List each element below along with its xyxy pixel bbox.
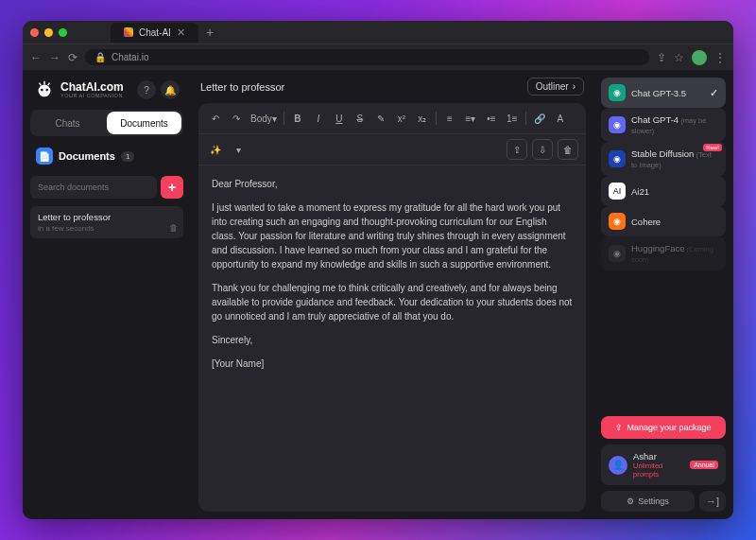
browser-tab[interactable]: Chat-AI ✕ bbox=[111, 23, 198, 43]
model-huggingface: ◉HuggingFace (Coming soon) bbox=[601, 236, 726, 270]
model-chat-gpt-4[interactable]: ◉Chat GPT-4 (may be slower) bbox=[601, 108, 726, 142]
model-name: Cohere bbox=[631, 217, 718, 227]
mode-segmented: Chats Documents bbox=[30, 110, 183, 136]
link-icon[interactable]: 🔗 bbox=[530, 109, 549, 128]
editor-paragraph: Dear Professor, bbox=[212, 177, 573, 191]
model-sub: (Text to Image) bbox=[631, 150, 712, 169]
underline-icon[interactable]: U bbox=[330, 109, 349, 128]
url-field[interactable]: 🔒 Chatai.io bbox=[85, 49, 649, 65]
model-chat-gpt-3-5[interactable]: ◉Chat GPT-3.5✓ bbox=[601, 78, 726, 108]
italic-icon[interactable]: I bbox=[309, 109, 328, 128]
window-titlebar: Chat-AI ✕ + bbox=[23, 21, 733, 44]
redo-icon[interactable]: ↷ bbox=[227, 109, 246, 128]
forward-icon[interactable]: → bbox=[49, 51, 60, 64]
model-cohere[interactable]: ◉Cohere bbox=[601, 206, 726, 236]
star-icon[interactable]: ☆ bbox=[674, 51, 684, 64]
outliner-button[interactable]: Outliner › bbox=[527, 78, 584, 96]
svg-point-2 bbox=[45, 89, 48, 92]
bottom-row: ⚙ Settings →] bbox=[601, 491, 726, 512]
ai-icon[interactable]: ✨ bbox=[206, 140, 225, 159]
document-item-title: Letter to professor bbox=[38, 212, 176, 222]
new-tab-icon[interactable]: + bbox=[206, 25, 214, 40]
tab-title: Chat-AI bbox=[139, 27, 171, 38]
help-button[interactable]: ? bbox=[137, 80, 156, 99]
superscript-icon[interactable]: x² bbox=[392, 109, 411, 128]
bullet-list-icon[interactable]: •≡ bbox=[482, 109, 501, 128]
close-dot[interactable] bbox=[30, 28, 39, 37]
tab-documents[interactable]: Documents bbox=[107, 112, 181, 134]
share-icon[interactable]: ⇪ bbox=[657, 51, 666, 64]
editor-paragraph: [Your Name] bbox=[212, 357, 573, 371]
zoom-dot[interactable] bbox=[59, 28, 67, 37]
editor-card: ↶ ↷ Body ▾ B I U S ✎ x² x₂ ≡ ≡▾ •≡ 1≡ bbox=[198, 103, 586, 512]
undo-icon[interactable]: ↶ bbox=[206, 109, 225, 128]
lock-icon: 🔒 bbox=[94, 52, 106, 62]
close-tab-icon[interactable]: ✕ bbox=[177, 26, 185, 39]
add-document-button[interactable]: + bbox=[161, 176, 183, 199]
app-window: Chat-AI ✕ + ← → ⟳ 🔒 Chatai.io ⇪ ☆ ⋮ Chat… bbox=[23, 21, 733, 519]
logo-icon bbox=[34, 79, 55, 100]
documents-title: Documents bbox=[59, 150, 115, 162]
model-ai21[interactable]: AIAi21 bbox=[601, 176, 726, 206]
editor-pane: Letter to professor Outliner › ↶ ↷ Body … bbox=[191, 70, 593, 519]
editor-header: Letter to professor Outliner › bbox=[191, 70, 593, 103]
trash-icon[interactable]: 🗑 bbox=[169, 223, 178, 233]
svg-point-0 bbox=[39, 85, 51, 97]
upload-icon[interactable]: ⇪ bbox=[507, 139, 527, 160]
browser-tabs: Chat-AI ✕ + bbox=[111, 23, 214, 43]
style-dropdown[interactable]: Body ▾ bbox=[248, 109, 280, 128]
reload-icon[interactable]: ⟳ bbox=[68, 51, 77, 64]
svg-point-1 bbox=[41, 89, 43, 92]
sidebar: ChatAI.com YOUR AI COMPANION ? 🔔 Chats D… bbox=[23, 70, 191, 519]
brand-name: ChatAI.com bbox=[60, 81, 124, 93]
manage-package-button[interactable]: ⇪ Manage your package bbox=[601, 416, 726, 439]
profile-avatar[interactable] bbox=[692, 50, 707, 65]
app-content: ChatAI.com YOUR AI COMPANION ? 🔔 Chats D… bbox=[23, 70, 733, 519]
brand: ChatAI.com YOUR AI COMPANION ? 🔔 bbox=[30, 78, 183, 102]
model-name: Chat GPT-4 (may be slower) bbox=[631, 114, 718, 135]
minimize-dot[interactable] bbox=[44, 28, 53, 37]
model-icon: ◉ bbox=[609, 116, 626, 133]
settings-button[interactable]: ⚙ Settings bbox=[601, 491, 695, 512]
model-sub: (may be slower) bbox=[631, 116, 706, 135]
model-icon: ◉ bbox=[609, 84, 626, 101]
font-icon[interactable]: A bbox=[551, 109, 570, 128]
bold-icon[interactable]: B bbox=[288, 109, 307, 128]
align-dropdown-icon[interactable]: ≡▾ bbox=[461, 109, 480, 128]
model-name: Ai21 bbox=[631, 186, 718, 197]
favicon bbox=[124, 27, 133, 37]
tab-chats[interactable]: Chats bbox=[30, 110, 105, 136]
outliner-label: Outliner bbox=[536, 81, 569, 92]
user-avatar: 👤 bbox=[609, 456, 627, 475]
model-icon: ◉ bbox=[609, 150, 626, 167]
strike-icon[interactable]: S bbox=[351, 109, 369, 128]
menu-icon[interactable]: ⋮ bbox=[714, 51, 726, 64]
search-input[interactable] bbox=[30, 176, 157, 199]
download-icon[interactable]: ⇩ bbox=[532, 139, 553, 160]
model-name: Chat GPT-3.5 bbox=[631, 88, 704, 98]
editor-paragraph: Sincerely, bbox=[212, 333, 573, 347]
align-left-icon[interactable]: ≡ bbox=[440, 109, 459, 128]
model-icon: ◉ bbox=[609, 245, 626, 262]
url-text: Chatai.io bbox=[112, 52, 148, 62]
user-plan: Unlimited prompts bbox=[633, 462, 684, 479]
delete-icon[interactable]: 🗑 bbox=[558, 139, 578, 160]
settings-label: Settings bbox=[638, 496, 669, 506]
editor-paragraph: Thank you for challenging me to think cr… bbox=[212, 281, 573, 323]
user-badge: Annual bbox=[690, 461, 718, 469]
ai-dropdown-icon[interactable]: ▾ bbox=[229, 140, 248, 159]
documents-header: 📄 Documents 1 bbox=[30, 144, 183, 168]
document-item[interactable]: Letter to professor in a few seconds 🗑 bbox=[30, 206, 183, 238]
model-stable-diffusion[interactable]: ◉Stable Diffusion (Text to Image)New! bbox=[601, 142, 726, 176]
number-list-icon[interactable]: 1≡ bbox=[503, 109, 522, 128]
subscript-icon[interactable]: x₂ bbox=[413, 109, 432, 128]
chevron-right-icon: › bbox=[573, 81, 576, 92]
document-item-subtitle: in a few seconds bbox=[38, 224, 176, 233]
editor-toolbar: ↶ ↷ Body ▾ B I U S ✎ x² x₂ ≡ ≡▾ •≡ 1≡ bbox=[198, 103, 586, 134]
model-name: HuggingFace (Coming soon) bbox=[631, 243, 718, 264]
back-icon[interactable]: ← bbox=[30, 51, 42, 64]
logout-button[interactable]: →] bbox=[699, 491, 726, 512]
highlight-icon[interactable]: ✎ bbox=[371, 109, 390, 128]
editor-body[interactable]: Dear Professor,I just wanted to take a m… bbox=[198, 165, 586, 512]
bell-icon[interactable]: 🔔 bbox=[161, 80, 180, 99]
